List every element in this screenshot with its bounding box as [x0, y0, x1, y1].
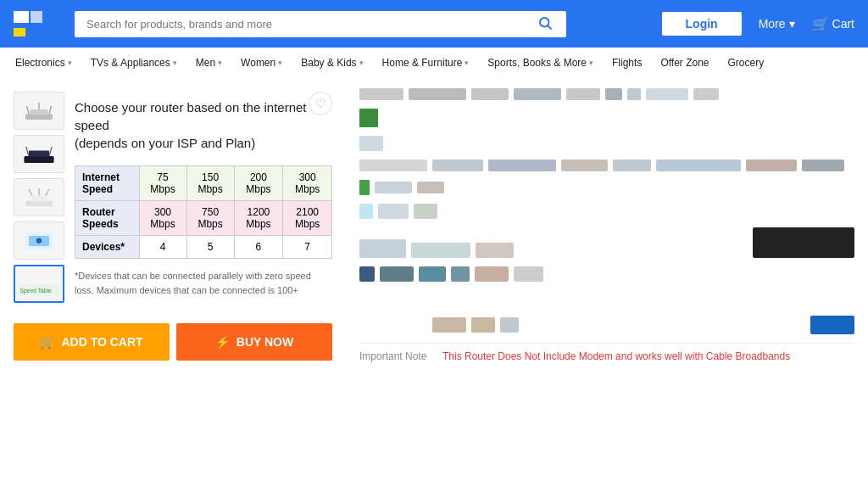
chevron-down-icon: ▾ [218, 59, 222, 67]
product-detail-row-1 [359, 88, 854, 100]
blurred-content [411, 243, 470, 258]
blurred-content [359, 266, 375, 282]
blurred-content [432, 160, 483, 171]
lightning-icon: ⚡ [215, 335, 230, 349]
product-detail-row-6 [359, 204, 854, 219]
search-button[interactable] [524, 11, 566, 37]
product-detail-row-7 [359, 227, 854, 258]
product-title: Choose your router based on the internet… [75, 98, 332, 152]
thumbnail-5-selected[interactable]: Speed Table [14, 265, 64, 303]
table-cell: 6 [234, 236, 283, 259]
left-panel: Speed Table ♡ Choose your router based o… [0, 78, 346, 487]
note-label: Important Note [359, 350, 436, 362]
svg-line-6 [49, 106, 51, 115]
cat-tvs-appliances[interactable]: TVs & Appliances ▾ [82, 48, 186, 78]
product-detail-row-9 [359, 316, 854, 334]
table-footnote: *Devices that can be connected parallely… [75, 269, 332, 297]
thumbnail-4[interactable] [14, 221, 64, 260]
svg-rect-11 [25, 200, 53, 205]
table-cell: Internet Speed [75, 166, 140, 201]
blurred-content [746, 160, 797, 171]
svg-line-15 [46, 189, 49, 195]
table-cell: 750 Mbps [186, 201, 234, 236]
blurred-content [476, 243, 514, 258]
product-detail-row-5 [359, 180, 854, 195]
blurred-content [693, 88, 719, 100]
cart-button[interactable]: 🛒 Cart [812, 16, 854, 32]
table-cell: 150 Mbps [186, 166, 234, 201]
svg-text:Speed Table: Speed Table [20, 288, 52, 294]
chevron-down-icon: ▾ [359, 59, 364, 67]
blurred-content [561, 160, 608, 171]
more-button[interactable]: More ▾ [759, 17, 795, 31]
chevron-down-icon: ▾ [589, 59, 593, 67]
blurred-content [375, 182, 412, 193]
action-buttons: 🛒 ADD TO CART ⚡ BUY NOW [14, 323, 332, 361]
cat-home-furniture[interactable]: Home & Furniture ▾ [374, 48, 478, 78]
thumbnail-2[interactable] [14, 135, 64, 173]
blurred-content [802, 160, 844, 171]
product-detail-row-2 [359, 109, 854, 127]
login-button[interactable]: Login [662, 12, 742, 36]
svg-rect-3 [31, 109, 48, 115]
blurred-content [514, 88, 561, 100]
product-info: ♡ Choose your router based on the intern… [75, 92, 332, 316]
table-row-devices: Devices* 4 5 6 7 [75, 236, 332, 259]
blurred-content [414, 204, 437, 219]
blurred-content [359, 88, 403, 100]
svg-rect-12 [31, 195, 48, 201]
blurred-content [514, 266, 543, 282]
heart-icon: ♡ [315, 97, 326, 110]
important-note: Important Note This Router Does Not Incl… [359, 343, 854, 362]
blurred-black-block [753, 227, 854, 258]
blurred-content [656, 160, 741, 171]
cat-baby-kids[interactable]: Baby & Kids ▾ [292, 48, 371, 78]
svg-rect-7 [24, 156, 53, 163]
table-cell: 5 [186, 236, 234, 259]
blurred-content [359, 204, 373, 219]
product-thumbnails: Speed Table [14, 92, 64, 316]
svg-point-0 [540, 18, 549, 27]
product-detail-row-4 [359, 160, 854, 171]
cat-women[interactable]: Women ▾ [232, 48, 291, 78]
svg-point-18 [36, 238, 42, 243]
chevron-down-icon: ▾ [278, 59, 282, 67]
svg-rect-8 [29, 150, 49, 156]
product-detail-row-8 [359, 266, 854, 282]
buy-now-button[interactable]: ⚡ BUY NOW [176, 323, 332, 361]
chevron-down-icon: ▾ [173, 59, 177, 67]
blurred-content [417, 182, 444, 193]
cat-flights[interactable]: Flights [604, 48, 650, 78]
cat-sports-books[interactable]: Sports, Books & More ▾ [479, 48, 602, 78]
logo[interactable] [14, 11, 64, 36]
green-badge [359, 109, 378, 127]
table-cell: 4 [139, 236, 186, 259]
table-cell: 7 [283, 236, 332, 259]
main-content: Speed Table ♡ Choose your router based o… [0, 78, 868, 487]
table-cell: 1200 Mbps [234, 201, 283, 236]
table-cell: Router Speeds [75, 201, 140, 236]
thumbnail-3[interactable] [14, 178, 64, 216]
product-header: Speed Table ♡ Choose your router based o… [14, 92, 332, 316]
svg-line-14 [29, 189, 32, 195]
svg-line-10 [49, 146, 52, 155]
cat-offer-zone[interactable]: Offer Zone [652, 48, 717, 78]
blurred-content [378, 204, 409, 219]
cat-men[interactable]: Men ▾ [187, 48, 231, 78]
table-row-internet: Internet Speed 75 Mbps 150 Mbps 200 Mbps… [75, 166, 332, 201]
search-input[interactable] [75, 11, 524, 37]
cart-icon: 🛒 [40, 335, 54, 349]
table-cell: 2100 Mbps [283, 201, 332, 236]
right-panel: Important Note This Router Does Not Incl… [346, 78, 868, 487]
add-to-cart-button[interactable]: 🛒 ADD TO CART [14, 323, 170, 361]
blurred-content [488, 160, 556, 171]
wishlist-button[interactable]: ♡ [309, 92, 332, 115]
blurred-content [359, 239, 406, 258]
thumbnail-1[interactable] [14, 92, 64, 130]
svg-rect-2 [25, 114, 53, 119]
cat-electronics[interactable]: Electronics ▾ [7, 48, 81, 78]
blurred-content [432, 317, 466, 333]
product-detail-row-3 [359, 136, 854, 151]
svg-line-9 [26, 146, 29, 155]
cat-grocery[interactable]: Grocery [720, 48, 773, 78]
